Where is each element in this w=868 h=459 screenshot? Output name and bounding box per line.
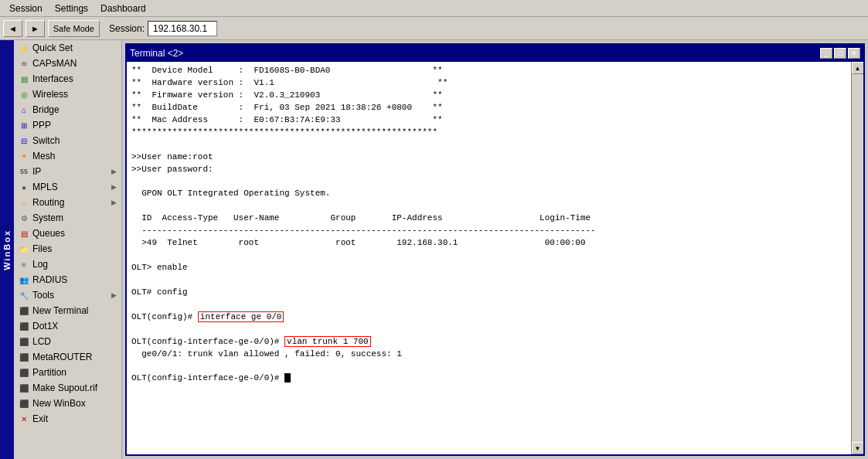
terminal-controls: _ □ ✕ [820,48,860,59]
sidebar-item-switch[interactable]: ⊟ Switch [14,133,121,148]
winbox-sidebar: WinBox [0,40,14,459]
sidebar-label-bridge: Bridge [32,104,60,115]
content-area: Terminal <2> _ □ ✕ ** Device Model : FD1… [122,40,868,459]
terminal-maximize-button[interactable]: □ [834,48,846,59]
sidebar-label-files: Files [32,243,52,254]
terminal-minimize-button[interactable]: _ [820,48,832,59]
sidebar-item-ppp[interactable]: ⊞ PPP [14,117,121,133]
sidebar-item-routing[interactable]: ↔ Routing ▶ [14,195,121,210]
radius-icon: 👥 [19,274,29,285]
sidebar-item-ip[interactable]: 55 IP ▶ [14,164,121,179]
partition-icon: ⬛ [19,367,29,378]
sidebar-item-new-winbox[interactable]: ⬛ New WinBox [14,396,121,411]
session-label: Session: [109,23,145,34]
session-ip: 192.168.30.1 [148,21,217,36]
sidebar-item-wireless[interactable]: ◎ Wireless [14,87,121,102]
sidebar-label-ip: IP [32,166,41,177]
capsman-icon: ≋ [19,58,29,69]
exit-icon: ✕ [19,413,29,424]
sidebar-label-interfaces: Interfaces [32,73,73,84]
sidebar-label-mesh: Mesh [32,151,55,162]
menu-dashboard[interactable]: Dashboard [94,2,152,15]
sidebar-label-tools: Tools [32,290,54,301]
sidebar-label-exit: Exit [32,413,48,424]
new-winbox-icon: ⬛ [19,398,29,409]
main-layout: WinBox ⚡ Quick Set ≋ CAPsMAN ▤ Interface… [0,40,868,459]
routing-icon: ↔ [19,197,29,208]
mpls-arrow: ▶ [111,183,117,191]
sidebar-item-exit[interactable]: ✕ Exit [14,411,121,427]
tools-icon: 🔧 [19,290,29,301]
menu-session[interactable]: Session [3,2,49,15]
terminal-title: Terminal <2> [130,48,183,59]
sidebar-label-queues: Queues [32,228,65,239]
sidebar-label-make-supout: Make Supout.rif [32,382,97,393]
sidebar-item-bridge[interactable]: ⌂ Bridge [14,102,121,117]
scroll-up-button[interactable]: ▲ [852,62,864,74]
sidebar-item-new-terminal[interactable]: ⬛ New Terminal [14,303,121,318]
routing-arrow: ▶ [111,199,117,206]
sidebar-item-make-supout[interactable]: ⬛ Make Supout.rif [14,380,121,396]
sidebar-label-ppp: PPP [32,120,51,131]
sidebar-label-routing: Routing [32,197,64,208]
tools-arrow: ▶ [111,291,117,299]
sidebar-item-metarouter[interactable]: ⬛ MetaROUTER [14,349,121,365]
sidebar-item-mpls[interactable]: ● MPLS ▶ [14,179,121,195]
scroll-down-button[interactable]: ▼ [852,442,864,454]
queues-icon: ▤ [19,228,29,239]
sidebar-item-dot1x[interactable]: ⬛ Dot1X [14,318,121,334]
terminal-body: ** Device Model : FD1608S-B0-BDA0 ** ** … [127,62,863,454]
sidebar-item-mesh[interactable]: ✦ Mesh [14,148,121,164]
sidebar-label-new-terminal: New Terminal [32,305,88,316]
sidebar-item-queues[interactable]: ▤ Queues [14,226,121,241]
lcd-icon: ⬛ [19,336,29,347]
log-icon: ≡ [19,259,29,270]
terminal-scrollbar[interactable]: ▲ ▼ [851,62,863,454]
sidebar-label-partition: Partition [32,367,66,378]
sidebar-item-files[interactable]: 📁 Files [14,241,121,257]
switch-icon: ⊟ [19,135,29,146]
sidebar-item-lcd[interactable]: ⬛ LCD [14,334,121,349]
terminal-close-button[interactable]: ✕ [848,48,860,59]
sidebar-label-metarouter: MetaROUTER [32,352,92,362]
sidebar-label-new-winbox: New WinBox [32,398,86,409]
sidebar-label-mpls: MPLS [32,182,58,192]
sidebar-label-quick-set: Quick Set [32,42,73,53]
mesh-icon: ✦ [19,151,29,162]
scroll-track[interactable] [852,74,863,442]
bridge-icon: ⌂ [19,104,29,115]
sidebar-label-wireless: Wireless [32,89,68,100]
sidebar-item-radius[interactable]: 👥 RADIUS [14,272,121,287]
new-terminal-icon: ⬛ [19,305,29,316]
sidebar-label-radius: RADIUS [32,274,67,285]
safemode-button[interactable]: Safe Mode [48,20,100,37]
terminal-titlebar: Terminal <2> _ □ ✕ [127,45,863,62]
winbox-label: WinBox [2,230,12,270]
mpls-icon: ● [19,182,29,192]
interfaces-icon: ▤ [19,73,29,84]
make-supout-icon: ⬛ [19,382,29,393]
sidebar-item-tools[interactable]: 🔧 Tools ▶ [14,287,121,303]
ppp-icon: ⊞ [19,120,29,131]
sidebar-item-log[interactable]: ≡ Log [14,257,121,272]
terminal-window: Terminal <2> _ □ ✕ ** Device Model : FD1… [125,43,865,456]
sidebar-label-lcd: LCD [32,336,51,347]
sidebar-label-system: System [32,212,63,223]
back-button[interactable]: ◄ [3,20,22,37]
menu-settings[interactable]: Settings [49,2,94,15]
quick-set-icon: ⚡ [19,42,29,53]
sidebar-item-capsman[interactable]: ≋ CAPsMAN [14,56,121,71]
sidebar-label-capsman: CAPsMAN [32,58,77,69]
metarouter-icon: ⬛ [19,352,29,362]
sidebar-item-quick-set[interactable]: ⚡ Quick Set [14,40,121,56]
sidebar: ⚡ Quick Set ≋ CAPsMAN ▤ Interfaces ◎ Wir… [14,40,122,459]
wireless-icon: ◎ [19,89,29,100]
sidebar-item-system[interactable]: ⚙ System [14,210,121,226]
sidebar-label-switch: Switch [32,135,60,146]
terminal-content[interactable]: ** Device Model : FD1608S-B0-BDA0 ** ** … [127,62,851,454]
system-icon: ⚙ [19,212,29,223]
ip-icon: 55 [19,166,29,177]
sidebar-item-interfaces[interactable]: ▤ Interfaces [14,71,121,87]
forward-button[interactable]: ► [26,20,45,37]
sidebar-item-partition[interactable]: ⬛ Partition [14,365,121,380]
